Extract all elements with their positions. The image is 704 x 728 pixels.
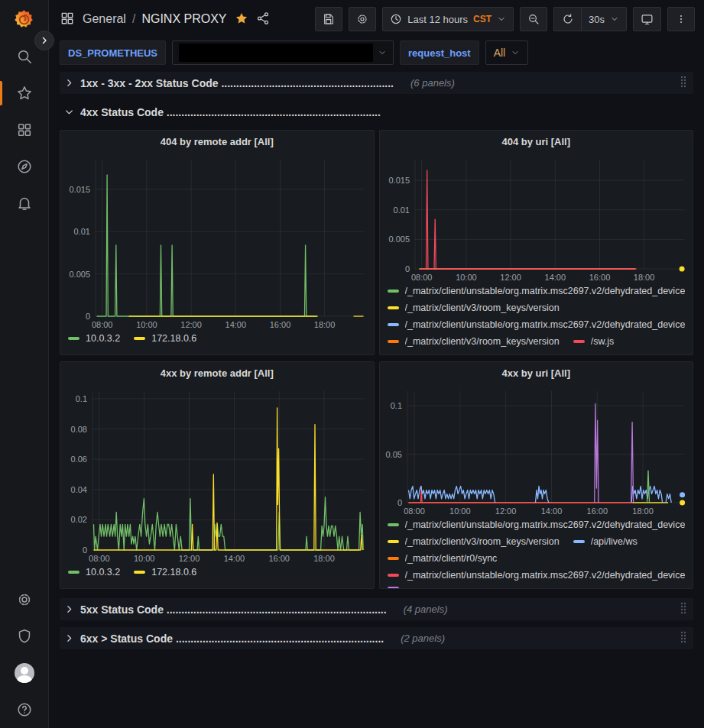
variables-row: DS_PROMETHEUS request_host All <box>49 38 704 67</box>
row-drag-handle[interactable] <box>678 75 689 91</box>
share-icon[interactable] <box>256 11 270 28</box>
panel-404-by-remote-addr: 404 by remote addr [All] 08:0010:0012:00… <box>60 130 375 355</box>
svg-text:0: 0 <box>397 498 401 507</box>
row-4xx[interactable]: 4xx Status Code ........................… <box>60 101 693 123</box>
timeseries-chart[interactable]: 08:0010:0012:0014:0016:0018:0000.0050.01… <box>380 152 693 284</box>
legend-item[interactable]: /sw.js <box>573 336 615 347</box>
row-title: 4xx Status Code ........................… <box>80 106 381 118</box>
chart-legend: 10.0.3.2172.18.0.6 <box>60 565 374 588</box>
breadcrumb-title[interactable]: NGINX PROXY <box>141 12 226 26</box>
row-panel-count: (2 panels) <box>401 633 445 644</box>
legend-item[interactable] <box>388 587 405 588</box>
legend-swatch <box>388 290 399 293</box>
row-6xx[interactable]: 6xx > Status Code ......................… <box>60 627 693 649</box>
gear-icon <box>16 591 33 608</box>
legend-item[interactable]: /_matrix/client/v3/room_keys/version <box>388 536 560 547</box>
favorite-star-icon[interactable] <box>235 11 248 28</box>
sidebar-item-profile[interactable] <box>0 655 48 691</box>
shield-icon <box>16 628 33 645</box>
legend-label: 10.0.3.2 <box>86 333 120 344</box>
sidebar-item-dashboards[interactable] <box>0 112 48 148</box>
sidebar-item-configuration[interactable] <box>0 581 48 618</box>
sidebar-item-explore[interactable] <box>0 148 48 185</box>
panel-4xx-by-uri: 4xx by uri [All] 08:0010:0012:0014:0016:… <box>379 361 694 589</box>
panel-title[interactable]: 4xx by remote addr [All] <box>60 362 374 383</box>
timeseries-chart[interactable]: 08:0010:0012:0014:0016:0018:0000.0050.01… <box>60 152 374 332</box>
svg-text:10:00: 10:00 <box>136 320 157 329</box>
svg-text:12:00: 12:00 <box>495 506 516 516</box>
legend-item[interactable]: /_matrix/client/r0/sync <box>388 553 498 564</box>
cycle-view-mode-button[interactable] <box>633 7 661 31</box>
legend-item[interactable]: 10.0.3.2 <box>68 333 120 344</box>
sidebar-item-alerting[interactable] <box>0 185 48 222</box>
legend-item[interactable]: /_matrix/client/unstable/org.matrix.msc2… <box>388 570 686 581</box>
sidebar <box>0 0 49 728</box>
chart-legend: /_matrix/client/unstable/org.matrix.msc2… <box>380 518 693 588</box>
legend-swatch <box>388 340 399 343</box>
timeseries-chart[interactable]: 08:0010:0012:0014:0016:0018:0000.020.040… <box>60 383 374 565</box>
more-options-button[interactable] <box>667 7 695 31</box>
sidebar-item-starred[interactable] <box>0 75 48 112</box>
svg-text:0.005: 0.005 <box>69 270 90 279</box>
legend-item[interactable]: /_matrix/client/unstable/org.matrix.msc2… <box>388 519 686 530</box>
svg-text:0: 0 <box>83 545 87 555</box>
panel-title[interactable]: 404 by uri [All] <box>380 131 693 152</box>
datasource-variable-select[interactable] <box>172 40 394 65</box>
zoom-out-button[interactable] <box>520 7 547 31</box>
sidebar-item-help[interactable] <box>0 691 48 728</box>
row-drag-handle[interactable] <box>678 630 689 646</box>
svg-text:10:00: 10:00 <box>449 506 471 516</box>
refresh-button[interactable] <box>553 7 581 31</box>
request-host-variable-value[interactable]: All <box>485 40 529 65</box>
grafana-app: General / NGINX PROXY <box>0 0 704 728</box>
legend-item[interactable]: /_matrix/client/v3/room_keys/version <box>388 336 560 347</box>
refresh-interval-value: 30s <box>589 14 605 25</box>
legend-swatch <box>68 337 79 340</box>
legend-item[interactable]: /_matrix/client/unstable/org.matrix.msc2… <box>388 319 686 330</box>
request-host-variable-label[interactable]: request_host <box>400 40 479 65</box>
chevron-down-icon <box>610 15 619 24</box>
legend-item[interactable]: /api/live/ws <box>573 536 637 547</box>
row-title: 5xx Status Code ........................… <box>80 603 387 616</box>
search-icon <box>16 48 33 65</box>
svg-text:0.05: 0.05 <box>385 450 401 459</box>
legend-item[interactable]: 172.18.0.6 <box>134 333 196 344</box>
time-range-picker[interactable]: Last 12 hours CST <box>382 7 514 31</box>
row-panel-count: (4 panels) <box>404 603 448 615</box>
legend-item[interactable]: /_matrix/client/unstable/org.matrix.msc2… <box>388 286 686 296</box>
row-title: 1xx - 3xx - 2xx Status Code ............… <box>80 77 394 89</box>
svg-text:08:00: 08:00 <box>404 506 425 516</box>
chevron-down-icon <box>497 15 506 24</box>
sidebar-expand-button[interactable] <box>34 31 54 50</box>
legend-swatch <box>388 306 399 309</box>
legend-item[interactable]: 10.0.3.2 <box>68 567 120 578</box>
timeseries-chart[interactable]: 08:0010:0012:0014:0016:0018:0000.050.1 <box>380 383 693 518</box>
save-dashboard-button[interactable] <box>315 7 342 31</box>
legend-swatch <box>388 587 399 588</box>
breadcrumb-section[interactable]: General <box>83 12 126 26</box>
svg-text:16:00: 16:00 <box>268 554 290 563</box>
row-drag-handle[interactable] <box>678 601 689 617</box>
panel-title[interactable]: 404 by remote addr [All] <box>60 131 374 152</box>
time-range-label: Last 12 hours <box>407 14 468 25</box>
legend-item[interactable]: /_matrix/client/v3/room_keys/version <box>388 303 560 313</box>
legend-label: /_matrix/client/unstable/org.matrix.msc2… <box>405 570 686 581</box>
svg-text:12:00: 12:00 <box>500 273 521 282</box>
sidebar-item-server-admin[interactable] <box>0 618 48 655</box>
svg-text:0.1: 0.1 <box>390 401 401 410</box>
svg-text:18:00: 18:00 <box>633 273 654 282</box>
row-1xx-3xx-2xx[interactable]: 1xx - 3xx - 2xx Status Code ............… <box>60 72 693 94</box>
chevron-down-icon <box>511 48 520 57</box>
refresh-interval-dropdown[interactable]: 30s <box>581 7 627 31</box>
refresh-button-group: 30s <box>553 7 627 31</box>
row-5xx[interactable]: 5xx Status Code ........................… <box>60 598 693 620</box>
panel-title[interactable]: 4xx by uri [All] <box>380 362 693 383</box>
dashboard-settings-button[interactable] <box>349 7 376 31</box>
svg-text:10:00: 10:00 <box>134 554 155 563</box>
legend-item[interactable]: 172.18.0.6 <box>134 567 196 578</box>
svg-text:0.1: 0.1 <box>76 394 87 403</box>
datasource-variable-label[interactable]: DS_PROMETHEUS <box>60 40 166 65</box>
star-icon <box>16 85 33 102</box>
request-host-value-text: All <box>494 47 506 59</box>
svg-text:14:00: 14:00 <box>224 554 245 563</box>
